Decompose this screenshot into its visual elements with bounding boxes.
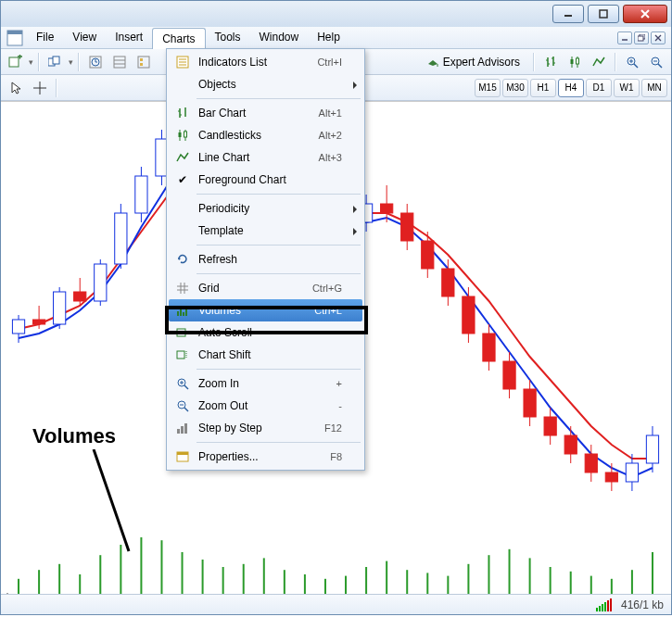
zoom-in-button[interactable] [621,52,643,72]
timeframe-h1[interactable]: H1 [530,79,556,97]
svg-rect-163 [177,429,180,434]
svg-rect-6 [638,36,643,41]
timeframe-w1[interactable]: W1 [614,79,640,97]
menu-properties[interactable]: Properties... F8 [169,446,362,468]
svg-rect-109 [381,204,393,213]
grid-icon [174,280,191,296]
zoom-out-button[interactable] [645,52,667,72]
menu-objects[interactable]: Objects [169,73,362,95]
menu-auto-scroll[interactable]: Auto Scroll [169,321,362,344]
timeframe-mn[interactable]: MN [641,79,667,97]
auto-scroll-icon [174,324,191,341]
menu-view[interactable]: View [63,27,106,49]
svg-rect-18 [140,58,143,61]
properties-icon [174,448,191,465]
window-close-button[interactable] [623,5,667,23]
bar-chart-button[interactable] [539,52,562,72]
profiles-button[interactable] [44,52,67,72]
chart-shift-icon [174,346,191,363]
indicators-icon [174,54,191,70]
svg-rect-125 [544,417,556,435]
submenu-arrow-icon [353,228,357,235]
step-icon [174,420,191,436]
svg-rect-167 [177,452,188,455]
status-traffic: 416/1 kb [621,598,664,611]
menu-window[interactable]: Window [250,27,309,49]
mdi-close-button[interactable] [651,31,666,44]
cursor-button[interactable] [5,78,27,98]
navigator-button[interactable] [133,52,155,72]
submenu-arrow-icon [353,206,357,213]
menu-foreground-chart[interactable]: ✔ Foreground Chart [169,169,362,191]
menu-bar-chart[interactable]: Bar Chart Alt+1 [169,102,362,124]
line-chart-button[interactable] [588,52,610,72]
svg-rect-127 [564,435,577,454]
titlebar [1,1,671,27]
timeframe-m30[interactable]: M30 [502,79,528,97]
timeframe-m15[interactable]: M15 [475,79,501,97]
candlestick-icon [174,127,191,144]
mdi-restore-button[interactable] [634,31,649,44]
menu-step-by-step[interactable]: Step by Step F12 [169,417,362,439]
svg-rect-115 [442,269,454,296]
svg-rect-165 [184,423,187,434]
svg-rect-131 [605,472,617,482]
svg-rect-3 [7,31,22,34]
timeframe-h4[interactable]: H4 [558,79,584,97]
timeframe-d1[interactable]: D1 [586,79,612,97]
svg-rect-129 [585,454,597,472]
expert-advisors-button[interactable]: Expert Advisors [418,52,528,72]
svg-rect-30 [577,58,579,64]
market-watch-button[interactable] [84,52,107,72]
svg-rect-119 [483,334,495,361]
svg-rect-135 [646,435,658,463]
menu-file[interactable]: File [27,27,63,49]
menu-zoom-in[interactable]: Zoom In + [169,372,362,395]
menu-candlesticks[interactable]: Candlesticks Alt+2 [169,124,362,146]
menu-volumes[interactable]: Volumes Ctrl+L [169,299,362,321]
svg-line-157 [184,385,188,389]
crosshair-button[interactable] [29,78,51,98]
menu-charts[interactable]: Charts [152,28,205,50]
svg-rect-7 [9,57,19,67]
svg-rect-85 [135,176,147,213]
zoom-out-icon [174,397,191,414]
svg-rect-153 [177,329,185,336]
menu-tools[interactable]: Tools [206,27,250,49]
candlestick-button[interactable] [564,52,586,72]
menu-indicators-list[interactable]: Indicators List Ctrl+I [169,51,362,73]
mdi-minimize-button[interactable] [617,31,632,44]
menu-periodicity[interactable]: Periodicity [169,197,362,220]
menu-refresh[interactable]: Refresh [169,248,362,271]
svg-rect-77 [54,292,66,324]
menu-template[interactable]: Template [169,220,362,242]
svg-rect-123 [524,389,536,417]
svg-rect-28 [571,59,574,64]
data-window-button[interactable] [108,52,131,72]
menu-line-chart[interactable]: Line Chart Alt+3 [169,146,362,169]
window-maximize-button[interactable] [588,5,619,23]
hat-icon [426,56,439,69]
menu-insert[interactable]: Insert [106,27,152,49]
svg-rect-17 [138,57,149,68]
check-icon: ✔ [174,173,191,186]
svg-rect-133 [626,463,638,482]
charts-dropdown: Indicators List Ctrl+I Objects Bar Chart… [166,48,365,471]
svg-rect-81 [95,264,107,301]
menu-help[interactable]: Help [308,27,349,49]
svg-line-161 [184,408,188,411]
menu-grid[interactable]: Grid Ctrl+G [169,277,362,299]
svg-rect-164 [181,426,184,434]
new-chart-button[interactable] [5,52,27,72]
window-minimize-button[interactable] [552,5,584,23]
menu-zoom-out[interactable]: Zoom Out - [169,395,362,417]
statusbar: 416/1 kb [1,594,671,614]
svg-rect-148 [184,132,187,137]
svg-rect-9 [53,57,59,64]
menu-chart-shift[interactable]: Chart Shift [169,344,362,366]
svg-rect-73 [12,320,24,334]
svg-rect-75 [32,320,44,324]
expert-advisors-label: Expert Advisors [443,56,520,69]
refresh-icon [174,251,191,268]
app-icon [6,30,23,46]
